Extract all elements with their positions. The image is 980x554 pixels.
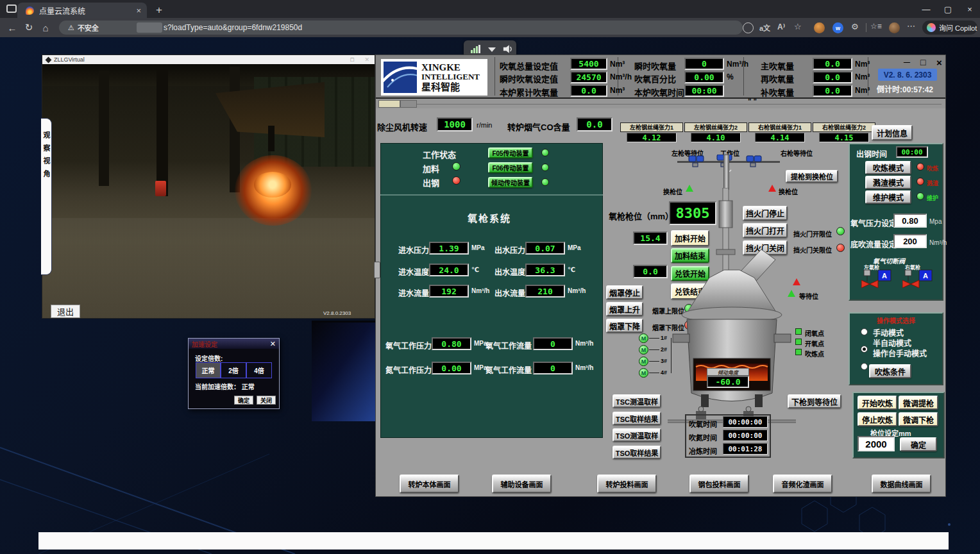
right-lance-valve-icon[interactable]: A: [902, 269, 936, 288]
speed-dialog-close-button[interactable]: 关闭: [257, 396, 276, 405]
nav-converter-feed[interactable]: 转炉投料画面: [597, 474, 657, 493]
url-text: s?loadType=auto&group=6fdnw219850d: [164, 23, 302, 32]
trim-lower-button[interactable]: 微调下枪: [899, 412, 938, 426]
extension-icon-2[interactable]: w: [832, 22, 843, 33]
point-label: 开氧点: [805, 339, 824, 348]
speed-option-2x[interactable]: 2倍: [221, 362, 246, 378]
viewer-maximize-icon[interactable]: □: [351, 56, 354, 63]
blow-mode-button[interactable]: 吹炼模式: [865, 161, 911, 174]
row-value: 0.07: [525, 242, 565, 255]
chevron-down-icon[interactable]: [488, 47, 496, 52]
scroll-thumb[interactable]: [378, 100, 400, 108]
lance-set-ok-button[interactable]: 确定: [900, 437, 937, 451]
signal-strength-icon[interactable]: [471, 45, 481, 53]
home-icon[interactable]: ⌂: [37, 22, 54, 33]
refresh-icon[interactable]: ↻: [21, 22, 37, 33]
speed-current-label: 当前加速倍数： 正常: [195, 382, 255, 391]
drive-f05-label: F05传动装置: [492, 148, 528, 158]
extension-icon-3[interactable]: ⚙: [851, 22, 859, 31]
hmi-close-icon[interactable]: ×: [936, 57, 942, 68]
viewer-titlebar[interactable]: ZLLGVirtual □ ✕: [42, 55, 375, 64]
translate-icon[interactable]: a文: [759, 22, 770, 33]
o2-pressure-input[interactable]: 0.80: [893, 214, 927, 228]
nav-ladle-feed[interactable]: 钢包投料画面: [689, 474, 749, 493]
stat-label: 瞬时吹氧量: [634, 60, 676, 72]
bottom-flow-input[interactable]: 200: [893, 234, 927, 248]
raise-to-change-button[interactable]: 提枪到换枪位: [786, 170, 838, 183]
view-angle-label: 观察视角: [42, 131, 50, 183]
window-splitter-handle[interactable]: [374, 262, 380, 278]
speed-dialog-titlebar[interactable]: 加速设定 ✕: [189, 339, 279, 349]
nav-data-curves[interactable]: 数据曲线画面: [872, 474, 931, 493]
profile-avatar[interactable]: [889, 22, 900, 33]
viewer-3d-scene[interactable]: V2.8.0.2303: [42, 64, 375, 318]
tsc-result-button[interactable]: TSC取样结果: [612, 412, 661, 425]
stop-blow-button[interactable]: 停止吹炼: [858, 412, 897, 426]
unity-icon: [46, 56, 52, 63]
split-screen-icon[interactable]: [743, 22, 754, 33]
copilot-label: 询问 Copilot: [939, 22, 977, 33]
browser-tab[interactable]: 点量云流系统 ×: [17, 3, 147, 18]
lance-set-input[interactable]: 2000: [858, 436, 895, 451]
stat-unit: Nm³/h: [727, 60, 748, 69]
back-icon[interactable]: ←: [4, 22, 21, 33]
copilot-icon: [927, 23, 936, 32]
drive-tilt-button[interactable]: 倾动传动装置: [488, 177, 533, 188]
tick-marks: ” ”: [748, 97, 757, 105]
nav-converter-body[interactable]: 转炉本体画面: [400, 474, 459, 493]
browser-minimize-button[interactable]: —: [915, 1, 937, 17]
blow-condition-button[interactable]: 吹炼条件: [869, 364, 911, 378]
speed-dialog-close-icon[interactable]: ✕: [270, 340, 276, 348]
radio-semi-auto[interactable]: [861, 346, 868, 353]
stat-unit: Nm³/h: [610, 72, 632, 81]
hood-up-button[interactable]: 烟罩上升: [606, 302, 643, 316]
drive-f05-button[interactable]: F05传动装置: [488, 147, 533, 158]
radio-manual[interactable]: [861, 328, 868, 335]
browser-maximize-button[interactable]: ▢: [937, 1, 959, 17]
toolbar-divider: [866, 23, 866, 32]
new-tab-button[interactable]: +: [151, 3, 167, 18]
speed-option-normal[interactable]: 正常: [196, 362, 221, 378]
hood-stop-button[interactable]: 烟罩停止: [606, 285, 643, 299]
speed-option-4x[interactable]: 4倍: [246, 362, 272, 378]
copilot-button[interactable]: 询问 Copilot: [922, 21, 977, 35]
lower-to-wait-button[interactable]: 下枪到等待位: [788, 394, 841, 408]
maintain-mode-button[interactable]: 维护模式: [865, 190, 911, 204]
drive-f06-button[interactable]: F06传动装置: [488, 162, 533, 173]
scroll-segment[interactable]: [400, 100, 417, 108]
tab-close-icon[interactable]: ×: [130, 6, 147, 15]
viewer-exit-button[interactable]: 退出: [51, 305, 80, 318]
address-bar[interactable]: ⚠ 不安全 s?loadType=auto&group=6fdnw219850d: [59, 21, 743, 35]
extension-icon-1[interactable]: [814, 22, 825, 33]
hood-down-button[interactable]: 烟罩下降: [606, 319, 643, 333]
viewer-close-icon[interactable]: ✕: [364, 56, 369, 63]
slag-mode-button[interactable]: 溅渣模式: [865, 176, 911, 189]
plan-info-button[interactable]: 计划信息: [872, 125, 913, 140]
read-aloud-icon[interactable]: A⁾: [777, 22, 785, 31]
nav-audio-slag[interactable]: 音频化渣画面: [773, 474, 832, 493]
tso-measure-button[interactable]: TSO测温取样: [612, 428, 661, 442]
workspaces-icon[interactable]: [6, 4, 17, 13]
tso-result-button[interactable]: TSO取样结果: [612, 446, 661, 459]
hmi-maximize-icon[interactable]: □: [920, 57, 925, 67]
start-blow-button[interactable]: 开始吹炼: [858, 396, 897, 410]
speaker-icon[interactable]: [503, 44, 513, 54]
lance-set-ok-label: 确定: [911, 439, 926, 450]
tension-label: 左枪钢丝绳张力1: [630, 123, 673, 131]
left-lance-valve-icon[interactable]: A: [861, 269, 895, 288]
nav-aux-equipment[interactable]: 辅助设备画面: [492, 474, 552, 493]
trim-raise-button[interactable]: 微调提枪: [899, 396, 938, 410]
hmi-minimize-icon[interactable]: ─: [904, 57, 910, 67]
favorite-star-icon[interactable]: ☆: [794, 22, 802, 31]
view-angle-tab[interactable]: 观察视角: [41, 118, 52, 275]
time-value: 00:00:00: [723, 430, 768, 441]
browser-close-button[interactable]: ×: [959, 1, 980, 17]
favorites-bar-icon[interactable]: ☆≡: [870, 22, 882, 31]
drive-f05-indicator: [541, 149, 549, 156]
tsc-measure-button[interactable]: TSC测温取样: [612, 394, 661, 408]
row-label: 氮气工作压力: [385, 364, 432, 375]
speed-dialog-ok-button[interactable]: 确定: [234, 396, 253, 405]
motor-icon: M: [639, 345, 648, 355]
more-options-icon[interactable]: ⋯: [907, 21, 915, 31]
radio-console-manual[interactable]: [861, 363, 868, 370]
